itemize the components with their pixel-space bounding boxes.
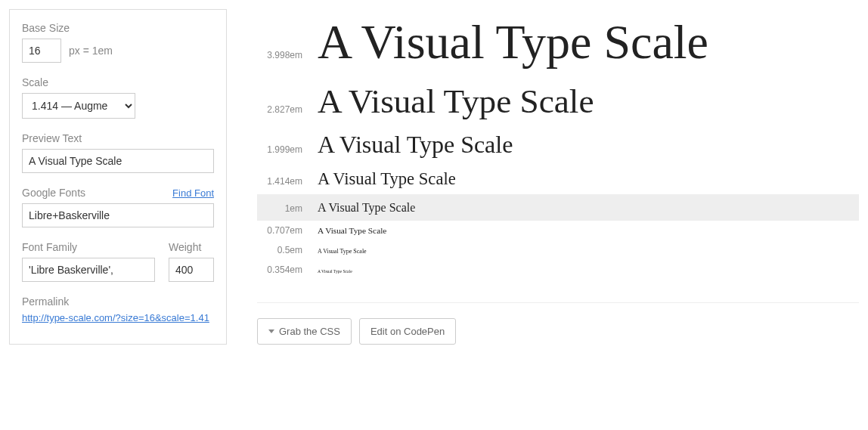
- base-size-group: Base Size px = 1em: [22, 22, 214, 63]
- preview-text-group: Preview Text: [22, 132, 214, 173]
- em-label: 1.999em: [257, 144, 302, 155]
- preview-text-label: Preview Text: [22, 132, 214, 144]
- sample-text: A Visual Type Scale: [318, 131, 513, 159]
- base-size-suffix: px = 1em: [69, 45, 113, 57]
- google-fonts-label: Google Fonts: [22, 187, 85, 199]
- grab-css-button[interactable]: Grab the CSS: [257, 318, 352, 345]
- permalink-label: Permalink: [22, 295, 214, 308]
- preview-area: 3.998emA Visual Type Scale2.827emA Visua…: [227, 9, 859, 345]
- em-label: 0.354em: [257, 264, 302, 275]
- scale-row: 1.414emA Visual Type Scale: [257, 164, 859, 193]
- base-size-label: Base Size: [22, 22, 214, 34]
- sample-text: A Visual Type Scale: [318, 200, 415, 215]
- scale-row: 0.5emA Visual Type Scale: [257, 240, 859, 260]
- scale-row: 1emA Visual Type Scale: [257, 194, 859, 221]
- scale-select[interactable]: 1.414 — Augme: [22, 93, 135, 119]
- base-size-input[interactable]: [22, 39, 61, 63]
- actions-row: Grab the CSS Edit on CodePen: [257, 318, 859, 345]
- font-family-weight-group: Font Family Weight: [22, 241, 214, 282]
- scale-row: 1.999emA Visual Type Scale: [257, 126, 859, 164]
- scale-row: 0.707emA Visual Type Scale: [257, 221, 859, 241]
- edit-codepen-label: Edit on CodePen: [370, 326, 445, 337]
- font-family-label: Font Family: [22, 241, 155, 253]
- preview-text-input[interactable]: [22, 149, 214, 173]
- weight-input[interactable]: [169, 258, 214, 282]
- sample-text: A Visual Type Scale: [318, 81, 594, 122]
- edit-codepen-button[interactable]: Edit on CodePen: [359, 318, 456, 345]
- sample-text: A Visual Type Scale: [318, 14, 708, 72]
- scale-group: Scale 1.414 — Augme: [22, 76, 214, 119]
- scale-label: Scale: [22, 76, 214, 88]
- em-label: 0.707em: [257, 225, 302, 236]
- scale-row: 3.998emA Visual Type Scale: [257, 9, 859, 76]
- scale-row: 0.354emA Visual Type Scale: [257, 260, 859, 280]
- permalink-group: Permalink http://type-scale.com/?size=16…: [22, 295, 214, 323]
- weight-label: Weight: [169, 241, 214, 253]
- settings-sidebar: Base Size px = 1em Scale 1.414 — Augme P…: [9, 9, 227, 345]
- google-fonts-group: Google Fonts Find Font: [22, 187, 214, 227]
- sample-text: A Visual Type Scale: [318, 169, 456, 189]
- sample-text: A Visual Type Scale: [318, 269, 352, 274]
- em-label: 3.998em: [257, 50, 302, 60]
- find-font-link[interactable]: Find Font: [172, 187, 214, 199]
- font-family-input[interactable]: [22, 258, 155, 282]
- sample-text: A Visual Type Scale: [318, 226, 386, 237]
- sample-text: A Visual Type Scale: [318, 248, 367, 255]
- google-fonts-input[interactable]: [22, 203, 214, 227]
- em-label: 2.827em: [257, 104, 302, 115]
- em-label: 1.414em: [257, 176, 302, 187]
- em-label: 1em: [257, 203, 302, 214]
- em-label: 0.5em: [257, 245, 302, 255]
- chevron-down-icon: [268, 329, 274, 333]
- grab-css-label: Grab the CSS: [279, 326, 340, 337]
- divider: [257, 302, 859, 303]
- scale-row: 2.827emA Visual Type Scale: [257, 76, 859, 126]
- permalink-link[interactable]: http://type-scale.com/?size=16&scale=1.4…: [22, 312, 214, 323]
